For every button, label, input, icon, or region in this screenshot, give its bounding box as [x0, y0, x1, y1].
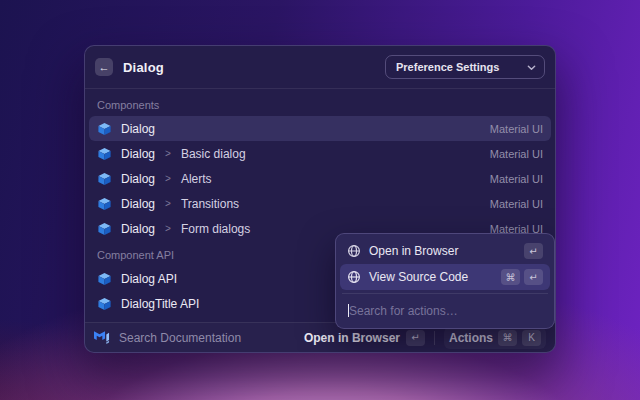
popup-item-view-source-code[interactable]: View Source Code ⌘ ↵ [340, 264, 550, 290]
key-command: ⌘ [501, 269, 520, 285]
item-accessory: Material UI [490, 123, 543, 135]
popup-divider [342, 293, 548, 294]
breadcrumb-separator: > [165, 198, 171, 209]
globe-icon [347, 270, 361, 284]
breadcrumb-separator: > [165, 223, 171, 234]
item-label: Dialog [121, 147, 155, 161]
chevron-down-icon [527, 63, 536, 72]
popup-item-label: Open in Browser [369, 244, 458, 258]
key-return: ↵ [524, 269, 543, 285]
item-label: Dialog API [121, 272, 177, 286]
popup-item-open-in-browser[interactable]: Open in Browser ↵ [340, 238, 550, 264]
back-button[interactable]: ← [95, 58, 113, 76]
item-sublabel: Form dialogs [181, 222, 250, 236]
breadcrumb-separator: > [165, 173, 171, 184]
item-accessory: Material UI [490, 198, 543, 210]
command-palette-window: ← Dialog Preference Settings Components … [84, 45, 556, 353]
item-sublabel: Basic dialog [181, 147, 246, 161]
popup-item-label: View Source Code [369, 270, 468, 284]
page-title: Dialog [123, 60, 164, 75]
item-accessory: Material UI [490, 148, 543, 160]
item-label: DialogTitle API [121, 297, 199, 311]
item-label: Dialog [121, 172, 155, 186]
key-k: K [522, 330, 541, 346]
footer-separator [434, 331, 435, 345]
mui-logo-icon[interactable] [94, 331, 111, 344]
actions-search-row [340, 297, 550, 324]
list-item-transitions[interactable]: Dialog > Transitions Material UI [89, 191, 551, 216]
list-item-alerts[interactable]: Dialog > Alerts Material UI [89, 166, 551, 191]
footer-extension-label: Search Documentation [119, 331, 241, 345]
component-cube-icon [97, 122, 113, 136]
component-cube-icon [97, 297, 113, 311]
component-cube-icon [97, 197, 113, 211]
footer-actions-button[interactable]: Actions ⌘ K [444, 327, 546, 349]
item-sublabel: Transitions [181, 197, 239, 211]
footer-actions-label: Actions [449, 331, 493, 345]
item-label: Dialog [121, 222, 155, 236]
key-return: ↵ [406, 330, 425, 346]
list-item-basic-dialog[interactable]: Dialog > Basic dialog Material UI [89, 141, 551, 166]
component-cube-icon [97, 147, 113, 161]
item-sublabel: Alerts [181, 172, 212, 186]
key-return: ↵ [524, 243, 543, 259]
component-cube-icon [97, 272, 113, 286]
component-cube-icon [97, 222, 113, 236]
preference-settings-dropdown[interactable]: Preference Settings [385, 55, 545, 79]
back-arrow-icon: ← [99, 62, 110, 73]
dropdown-selected-value: Preference Settings [396, 61, 499, 73]
key-command: ⌘ [498, 330, 517, 346]
actions-search-input[interactable] [349, 304, 546, 318]
section-header-components: Components [89, 91, 551, 116]
window-header: ← Dialog Preference Settings [85, 46, 555, 88]
footer-open-in-browser-button[interactable]: Open in Browser ↵ [304, 330, 425, 346]
footer-open-label: Open in Browser [304, 331, 400, 345]
globe-icon [347, 244, 361, 258]
item-label: Dialog [121, 197, 155, 211]
actions-popup: Open in Browser ↵ View Source Code ⌘ ↵ [335, 233, 555, 329]
list-item-dialog[interactable]: Dialog Material UI [89, 116, 551, 141]
breadcrumb-separator: > [165, 148, 171, 159]
item-label: Dialog [121, 122, 155, 136]
item-accessory: Material UI [490, 173, 543, 185]
component-cube-icon [97, 172, 113, 186]
